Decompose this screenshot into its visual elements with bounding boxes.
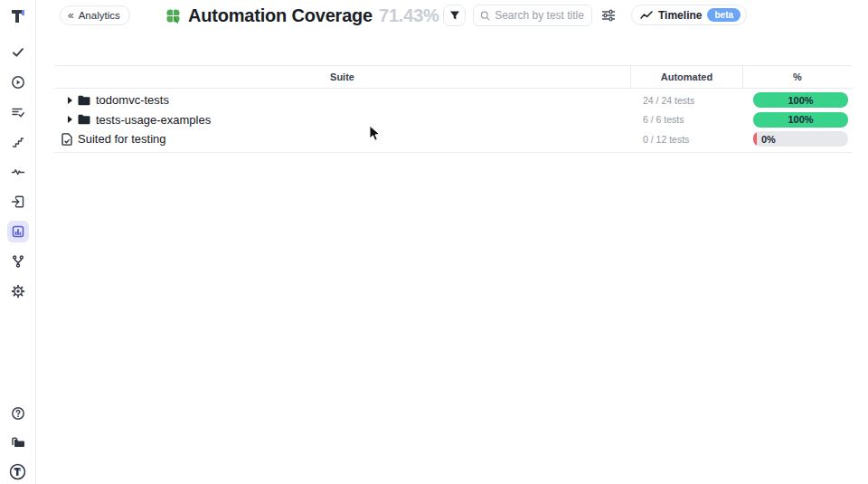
coverage-percentage: 71.43% — [379, 5, 439, 26]
back-to-analytics-button[interactable]: « Analytics — [60, 5, 130, 25]
timeline-label: Timeline — [658, 9, 702, 22]
zero-progress-sliver — [753, 131, 757, 147]
percent-cell: 100% — [743, 112, 852, 128]
title-group: Automation Coverage 71.43% — [165, 0, 439, 31]
trend-line-icon — [640, 10, 653, 21]
search-icon — [480, 10, 490, 22]
suite-cell: Suited for testing — [54, 132, 630, 146]
coverage-bar-100: 100% — [753, 92, 848, 108]
gear-icon[interactable] — [7, 280, 29, 302]
suite-cell: todomvc-tests — [54, 93, 630, 107]
page-title: Automation Coverage — [188, 5, 373, 26]
suite-name[interactable]: todomvc-tests — [96, 93, 169, 107]
table-row-tests-usage-examples[interactable]: tests-usage-examples 6 / 6 tests 100% — [54, 110, 852, 130]
automated-count: 24 / 24 tests — [630, 95, 743, 106]
app-window: « Analytics Automation Coverage 71.43% — [0, 0, 868, 484]
suite-name[interactable]: tests-usage-examples — [96, 113, 211, 127]
timeline-button[interactable]: Timeline beta — [631, 5, 747, 25]
table-row-todomvc-tests[interactable]: todomvc-tests 24 / 24 tests 100% — [54, 90, 852, 110]
list-check-icon[interactable] — [7, 101, 29, 123]
import-icon[interactable] — [7, 191, 29, 213]
bar-label: 100% — [788, 95, 813, 106]
column-header-percent: % — [743, 66, 852, 88]
funnel-icon — [449, 10, 460, 21]
expand-caret-icon[interactable] — [68, 97, 72, 104]
automated-count: 6 / 6 tests — [630, 114, 743, 125]
app-logo-icon[interactable] — [8, 6, 28, 26]
expand-caret-icon[interactable] — [68, 116, 72, 123]
analytics-chart-icon[interactable] — [7, 221, 29, 242]
page-header: « Analytics Automation Coverage 71.43% — [36, 0, 868, 31]
folder-icon — [78, 114, 90, 125]
suite-cell: tests-usage-examples — [54, 113, 630, 127]
coverage-bar-0: 0% — [753, 131, 848, 147]
coverage-table: Suite Automated % todomvc-tests 24 / 24 … — [54, 65, 852, 153]
double-chevron-left-icon: « — [68, 10, 74, 21]
sidebar-nav — [7, 42, 29, 302]
filter-button[interactable] — [443, 5, 466, 26]
sidebar — [0, 0, 36, 484]
sidebar-bottom — [7, 403, 29, 484]
back-button-label: Analytics — [79, 10, 120, 21]
pulse-icon[interactable] — [7, 161, 29, 183]
profile-logo-icon[interactable] — [7, 460, 29, 482]
play-circle-icon[interactable] — [7, 71, 29, 93]
suite-name[interactable]: Suited for testing — [78, 132, 166, 146]
file-check-icon — [61, 133, 72, 146]
percent-cell: 100% — [743, 92, 852, 108]
column-header-automated: Automated — [630, 66, 743, 88]
sliders-icon[interactable] — [600, 8, 617, 23]
search-input[interactable] — [495, 9, 585, 22]
bar-label: 0% — [761, 134, 776, 145]
coverage-bar-100: 100% — [753, 112, 848, 128]
branch-icon[interactable] — [7, 251, 29, 272]
table-header: Suite Automated % — [54, 65, 852, 89]
bar-label: 100% — [788, 114, 813, 125]
projects-icon[interactable] — [7, 432, 29, 453]
automated-count: 0 / 12 tests — [630, 134, 743, 145]
folder-icon — [78, 95, 90, 106]
search-box — [473, 5, 592, 26]
percent-cell: 0% — [743, 131, 852, 147]
help-icon[interactable] — [7, 403, 29, 424]
column-header-suite: Suite — [54, 66, 630, 88]
table-body: todomvc-tests 24 / 24 tests 100% tests-u… — [54, 89, 852, 153]
table-row-suited-for-testing[interactable]: Suited for testing 0 / 12 tests 0% — [54, 129, 852, 149]
beta-badge: beta — [707, 8, 741, 22]
clover-icon — [165, 7, 182, 24]
steps-icon[interactable] — [7, 131, 29, 153]
check-icon[interactable] — [7, 42, 29, 63]
